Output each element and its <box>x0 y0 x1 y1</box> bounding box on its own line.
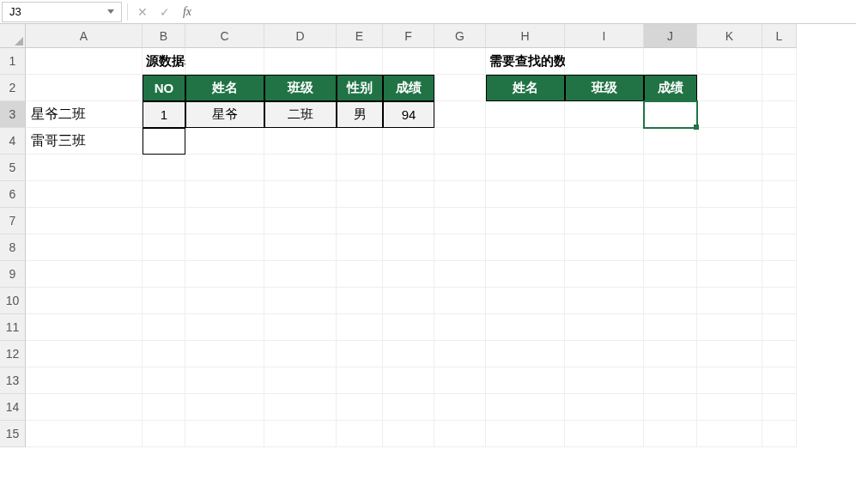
cell-E8[interactable] <box>337 234 383 261</box>
cell-B2[interactable]: NO <box>143 75 185 101</box>
chevron-down-icon[interactable] <box>107 9 114 14</box>
cell-J6[interactable] <box>644 181 697 208</box>
col-header-K[interactable]: K <box>697 24 762 48</box>
col-header-D[interactable]: D <box>264 24 337 48</box>
cell-I8[interactable] <box>565 234 644 261</box>
select-all-corner[interactable] <box>0 24 26 48</box>
name-box[interactable]: J3 <box>2 2 122 22</box>
cell-D15[interactable] <box>264 421 337 447</box>
cell-G9[interactable] <box>434 261 486 288</box>
cell-A7[interactable] <box>26 208 143 234</box>
cell-C7[interactable] <box>185 208 264 234</box>
cell-I3[interactable] <box>565 101 644 128</box>
cell-A8[interactable] <box>26 234 143 261</box>
cell-F7[interactable] <box>383 208 434 234</box>
col-header-J[interactable]: J <box>644 24 697 48</box>
cell-K7[interactable] <box>697 208 762 234</box>
cell-G1[interactable] <box>434 48 486 75</box>
col-header-B[interactable]: B <box>143 24 185 48</box>
cell-A10[interactable] <box>26 288 143 314</box>
cell-E6[interactable] <box>337 181 383 208</box>
cell-L8[interactable] <box>762 234 797 261</box>
insert-function-button[interactable]: fx <box>176 2 198 22</box>
cell-H15[interactable] <box>486 421 565 447</box>
cell-H12[interactable] <box>486 341 565 367</box>
cell-G11[interactable] <box>434 314 486 341</box>
cell-I7[interactable] <box>565 208 644 234</box>
cell-A2[interactable] <box>26 75 143 101</box>
cell-D7[interactable] <box>264 208 337 234</box>
cell-K4[interactable] <box>697 128 762 155</box>
cell-D11[interactable] <box>264 314 337 341</box>
cell-F5[interactable] <box>383 155 434 181</box>
cell-E12[interactable] <box>337 341 383 367</box>
cell-G15[interactable] <box>434 421 486 447</box>
row-header-8[interactable]: 8 <box>0 234 26 261</box>
col-header-G[interactable]: G <box>434 24 486 48</box>
cell-A15[interactable] <box>26 421 143 447</box>
cell-G2[interactable] <box>434 75 486 101</box>
row-header-5[interactable]: 5 <box>0 155 26 181</box>
cell-F9[interactable] <box>383 261 434 288</box>
cell-C8[interactable] <box>185 234 264 261</box>
cell-C5[interactable] <box>185 155 264 181</box>
cell-K15[interactable] <box>697 421 762 447</box>
col-header-A[interactable]: A <box>26 24 143 48</box>
cell-C11[interactable] <box>185 314 264 341</box>
cell-F13[interactable] <box>383 367 434 394</box>
cell-J12[interactable] <box>644 341 697 367</box>
cell-A4[interactable]: 雷哥三班 <box>26 128 143 155</box>
cell-G8[interactable] <box>434 234 486 261</box>
cell-A9[interactable] <box>26 261 143 288</box>
cell-K10[interactable] <box>697 288 762 314</box>
cell-F8[interactable] <box>383 234 434 261</box>
cell-B7[interactable] <box>143 208 185 234</box>
cell-J15[interactable] <box>644 421 697 447</box>
cell-H5[interactable] <box>486 155 565 181</box>
cell-C4[interactable] <box>185 128 264 155</box>
cell-E4[interactable] <box>337 128 383 155</box>
cell-E5[interactable] <box>337 155 383 181</box>
cell-J2[interactable]: 成绩 <box>644 75 697 101</box>
cell-J11[interactable] <box>644 314 697 341</box>
cell-D10[interactable] <box>264 288 337 314</box>
cell-J4[interactable] <box>644 128 697 155</box>
cell-L1[interactable] <box>762 48 797 75</box>
cell-D3[interactable]: 二班 <box>264 101 337 128</box>
cell-L6[interactable] <box>762 181 797 208</box>
cell-B3[interactable]: 1 <box>143 101 185 128</box>
cell-F4[interactable] <box>383 128 434 155</box>
cell-K8[interactable] <box>697 234 762 261</box>
cell-E3[interactable]: 男 <box>337 101 383 128</box>
cell-E9[interactable] <box>337 261 383 288</box>
cell-A6[interactable] <box>26 181 143 208</box>
cell-B4[interactable] <box>143 128 185 155</box>
cell-J9[interactable] <box>644 261 697 288</box>
cell-K5[interactable] <box>697 155 762 181</box>
cell-F10[interactable] <box>383 288 434 314</box>
row-header-15[interactable]: 15 <box>0 421 26 447</box>
cell-A1[interactable] <box>26 48 143 75</box>
cell-K9[interactable] <box>697 261 762 288</box>
cell-F1[interactable] <box>383 48 434 75</box>
cell-I2[interactable]: 班级 <box>565 75 644 101</box>
cell-B11[interactable] <box>143 314 185 341</box>
cell-D12[interactable] <box>264 341 337 367</box>
row-header-6[interactable]: 6 <box>0 181 26 208</box>
cell-K3[interactable] <box>697 101 762 128</box>
cell-L10[interactable] <box>762 288 797 314</box>
cell-I1[interactable] <box>565 48 644 75</box>
cell-F14[interactable] <box>383 394 434 421</box>
cell-B6[interactable] <box>143 181 185 208</box>
cell-K13[interactable] <box>697 367 762 394</box>
cell-E1[interactable] <box>337 48 383 75</box>
cell-D13[interactable] <box>264 367 337 394</box>
cell-E13[interactable] <box>337 367 383 394</box>
cell-K2[interactable] <box>697 75 762 101</box>
cell-L12[interactable] <box>762 341 797 367</box>
cell-C9[interactable] <box>185 261 264 288</box>
cell-L13[interactable] <box>762 367 797 394</box>
cell-B9[interactable] <box>143 261 185 288</box>
cell-D9[interactable] <box>264 261 337 288</box>
cell-A5[interactable] <box>26 155 143 181</box>
